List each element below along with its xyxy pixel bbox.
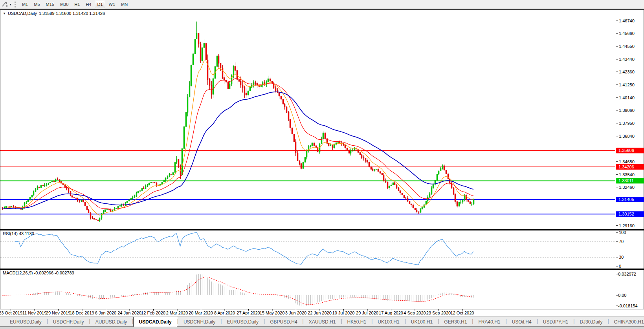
tab-uk100-h1[interactable]: UK100,H1 xyxy=(406,318,438,326)
chart-title: ▼ USDCAD,Daily 1.31589 1.31600 1.31420 1… xyxy=(3,11,105,16)
svg-text:29 Nov 2019: 29 Nov 2019 xyxy=(46,311,70,315)
svg-text:23 Sep 2020: 23 Sep 2020 xyxy=(426,311,451,315)
tab-gbpusd-h4[interactable]: GBPUSD,H4 xyxy=(265,318,302,326)
svg-text:0.00: 0.00 xyxy=(618,293,626,298)
tab-china300-h1[interactable]: CHINA300,H1 xyxy=(609,318,644,326)
svg-text:1.32460: 1.32460 xyxy=(619,185,635,190)
tab-audusd-daily[interactable]: AUDUSD,Daily xyxy=(90,318,132,326)
svg-text:0: 0 xyxy=(619,264,621,269)
svg-text:1.36840: 1.36840 xyxy=(619,134,635,139)
timeframe-buttons: M1M5M15M30H1H4D1W1MN xyxy=(20,1,130,8)
tab-eurusd-daily[interactable]: EURUSD,Daily xyxy=(5,318,47,326)
svg-text:1.29160: 1.29160 xyxy=(619,223,635,228)
svg-text:2 Mar 2020: 2 Mar 2020 xyxy=(166,311,188,315)
svg-text:18 Dec 2019: 18 Dec 2019 xyxy=(70,311,94,315)
macd-title: MACD(12,26,9) -0.002966 -0.002783 xyxy=(3,271,74,275)
timeframe-button-h1[interactable]: H1 xyxy=(72,1,82,8)
timeframe-button-m15[interactable]: M15 xyxy=(44,1,57,8)
tab-uk100-h1[interactable]: UK100,H1 xyxy=(372,318,404,326)
tab-ger30-h1[interactable]: GER30,H1 xyxy=(439,318,472,326)
timeframe-button-mn[interactable]: MN xyxy=(119,1,130,8)
timeframe-button-h4[interactable]: H4 xyxy=(83,1,94,8)
tab-usdjpy-h1[interactable]: USDJPY,H1 xyxy=(538,318,573,326)
svg-text:0.032972: 0.032972 xyxy=(618,272,636,276)
svg-text:6 Jan 2020: 6 Jan 2020 xyxy=(95,311,116,315)
svg-text:20 Mar 2020: 20 Mar 2020 xyxy=(189,311,213,315)
tab-xauusd-h1[interactable]: XAUUSD,H1 xyxy=(304,318,341,326)
svg-text:4 Sep 2020: 4 Sep 2020 xyxy=(404,311,426,315)
bottom-strip xyxy=(0,327,644,329)
tab-eurusd-daily[interactable]: EURUSD,Daily xyxy=(222,318,264,326)
tab-usoil-h4[interactable]: USOil,H4 xyxy=(507,318,537,326)
rsi-title: RSI(14) 43.1130 xyxy=(3,231,34,236)
svg-text:1.31405: 1.31405 xyxy=(618,197,634,202)
svg-text:24 Jan 2020: 24 Jan 2020 xyxy=(117,311,141,315)
svg-text:29 Jul 2020: 29 Jul 2020 xyxy=(356,311,378,315)
rsi-label: RSI(14) 43.1130 xyxy=(3,231,34,236)
tab-usdcnh-daily[interactable]: USDCNH,Daily xyxy=(178,318,220,326)
svg-text:1.33540: 1.33540 xyxy=(619,172,635,177)
svg-text:1.42360: 1.42360 xyxy=(619,69,635,74)
svg-text:27 Apr 2020: 27 Apr 2020 xyxy=(237,311,260,315)
chart-symbol-label: USDCAD,Daily xyxy=(8,11,37,16)
chart-ohlc-values: 1.31589 1.31600 1.31420 1.31426 xyxy=(39,11,105,16)
toolbar-grip[interactable] xyxy=(15,2,17,7)
svg-text:1.46740: 1.46740 xyxy=(619,18,635,23)
tab-hk50-h1[interactable]: HK50,H1 xyxy=(342,318,372,326)
timeframe-button-m5[interactable]: M5 xyxy=(31,1,42,8)
svg-text:8 Apr 2020: 8 Apr 2020 xyxy=(214,311,235,315)
svg-text:1.44550: 1.44550 xyxy=(619,44,635,49)
svg-text:3 Jun 2020: 3 Jun 2020 xyxy=(285,311,306,315)
chart-tools-icon[interactable] xyxy=(2,1,9,7)
collapse-icon[interactable]: ▼ xyxy=(3,12,6,15)
svg-text:12 Oct 2020: 12 Oct 2020 xyxy=(451,311,474,315)
chevron-down-icon[interactable]: ▼ xyxy=(9,3,12,6)
timeframe-button-w1[interactable]: W1 xyxy=(106,1,118,8)
tab-fra40-h1[interactable]: FRA40,H1 xyxy=(473,318,505,326)
svg-text:1.39060: 1.39060 xyxy=(619,108,635,113)
svg-text:11 Nov 2019: 11 Nov 2019 xyxy=(22,311,47,315)
svg-text:1.45660: 1.45660 xyxy=(619,31,635,36)
svg-text:1.33011: 1.33011 xyxy=(618,178,634,183)
chart-canvas[interactable]: 1.467401.456601.445501.434401.423601.412… xyxy=(0,0,644,329)
svg-text:1.41250: 1.41250 xyxy=(619,82,635,87)
macd-label: MACD(12,26,9) -0.002966 -0.002783 xyxy=(3,271,74,275)
svg-text:10 Jul 2020: 10 Jul 2020 xyxy=(332,311,355,315)
svg-text:1.35606: 1.35606 xyxy=(618,148,634,153)
chart-tab-bar: EURUSD,Daily|USDCHF,Daily|AUDUSD,Daily|U… xyxy=(0,316,644,327)
svg-text:15 May 2020: 15 May 2020 xyxy=(260,311,285,315)
timeframe-button-m30[interactable]: M30 xyxy=(58,1,71,8)
timeframe-button-m1[interactable]: M1 xyxy=(20,1,30,8)
svg-text:70: 70 xyxy=(619,239,624,244)
svg-text:23 Oct 2019: 23 Oct 2019 xyxy=(0,311,22,315)
tab-usdcad-daily[interactable]: USDCAD,Daily xyxy=(133,317,177,327)
svg-text:17 Aug 2020: 17 Aug 2020 xyxy=(379,311,403,315)
svg-text:30: 30 xyxy=(619,255,624,260)
svg-text:22 Jun 2020: 22 Jun 2020 xyxy=(308,311,332,315)
svg-text:1.40140: 1.40140 xyxy=(619,95,635,100)
svg-text:1.34650: 1.34650 xyxy=(619,159,635,164)
svg-text:1.30152: 1.30152 xyxy=(618,212,634,216)
svg-text:1.43440: 1.43440 xyxy=(619,57,635,62)
tab-dj30-daily[interactable]: DJ30,Daily xyxy=(574,318,607,326)
svg-text:12 Feb 2020: 12 Feb 2020 xyxy=(141,311,165,315)
svg-text:100: 100 xyxy=(619,230,626,235)
svg-text:1.37950: 1.37950 xyxy=(619,121,635,126)
timeframe-button-d1[interactable]: D1 xyxy=(95,1,105,8)
svg-text:1.34206: 1.34206 xyxy=(618,164,634,169)
timeframe-toolbar: ▼ M1M5M15M30H1H4D1W1MN xyxy=(0,0,644,9)
svg-text:-0.018154: -0.018154 xyxy=(618,303,638,308)
tab-usdchf-daily[interactable]: USDCHF,Daily xyxy=(48,318,89,326)
